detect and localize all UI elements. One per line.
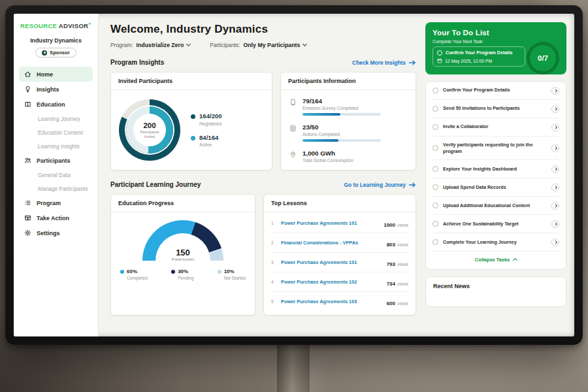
- chevron-down-icon: [186, 42, 191, 46]
- task-checkbox[interactable]: [433, 124, 438, 130]
- program-insights-header: Program Insights Check More Insights: [110, 59, 416, 66]
- task-checkbox[interactable]: [433, 203, 438, 208]
- lesson-title-link[interactable]: Power Purchase Agreements 101: [281, 259, 382, 265]
- task-row[interactable]: Verify participants requesting to join t…: [433, 137, 559, 160]
- task-open-chevron[interactable]: [551, 220, 559, 228]
- task-label: Upload Spend Data Records: [443, 184, 547, 191]
- section-title: Program Insights: [110, 59, 164, 66]
- lesson-views-label: views: [397, 301, 408, 306]
- lesson-title-link[interactable]: Power Purchase Agreements 103: [281, 299, 382, 304]
- sidebar-item-settings[interactable]: Settings: [19, 225, 93, 240]
- program-filter-value: Industrialize Zero: [136, 42, 184, 48]
- check-more-insights-link[interactable]: Check More Insights: [352, 59, 416, 66]
- lesson-rank: 1: [271, 221, 276, 225]
- monitor-stand: [277, 340, 310, 392]
- sidebar-item-learning-journey[interactable]: Learning Journey: [19, 112, 93, 125]
- next-task-label: Confirm Your Program Details: [446, 50, 512, 56]
- brand-logo: RESOURCE ADVISOR+: [19, 22, 93, 29]
- sidebar-item-learning-insights[interactable]: Learning Insights: [19, 139, 93, 153]
- lesson-rank: 3: [271, 260, 276, 265]
- nav-label: Home: [37, 71, 53, 78]
- brand-primary: RESOURCE: [20, 22, 57, 29]
- legend-value: 30%: [178, 269, 188, 274]
- lesson-row[interactable]: 3 Power Purchase Agreements 101 793views: [271, 252, 408, 272]
- learning-cards-row: Education Progress 150 Participants 60% …: [110, 194, 416, 316]
- sidebar-item-program[interactable]: Program: [19, 195, 93, 210]
- nav-label: Education Content: [38, 129, 83, 136]
- lesson-row[interactable]: 5 Power Purchase Agreements 103 600views: [271, 291, 408, 311]
- legend-dot-not-started: [218, 270, 221, 274]
- legend-value: 60%: [127, 269, 137, 274]
- list-icon: [24, 199, 31, 206]
- legend-value: 10%: [224, 269, 235, 274]
- lesson-row[interactable]: 2 Financial Considerations - VPPAs 803vi…: [271, 233, 408, 252]
- participants-filter[interactable]: Participants: Only My Participants: [210, 42, 306, 48]
- location-pin-icon: [289, 151, 297, 158]
- action-box-icon: [24, 214, 31, 221]
- task-checkbox[interactable]: [433, 88, 438, 93]
- chevron-down-icon: [302, 42, 307, 46]
- task-row[interactable]: Achieve One Sustainability Target: [433, 215, 559, 233]
- sidebar-item-insights[interactable]: Insights: [19, 82, 93, 97]
- task-open-chevron[interactable]: [551, 202, 559, 210]
- task-checkbox[interactable]: [433, 239, 438, 245]
- task-open-chevron[interactable]: [551, 87, 559, 95]
- todo-title: Your To Do List: [433, 29, 559, 37]
- org-name: Industry Dynamics: [19, 37, 93, 44]
- next-task-checkbox[interactable]: [437, 50, 442, 56]
- task-label: Explore Your Insights Dashboard: [443, 166, 547, 172]
- sidebar-item-general-data[interactable]: General Data: [19, 168, 93, 182]
- task-row[interactable]: Complete Your Learning Journey: [433, 233, 559, 252]
- lesson-views-value: 734: [387, 281, 395, 287]
- sidebar-item-manage-participants[interactable]: Manage Participants: [19, 182, 93, 195]
- task-open-chevron[interactable]: [551, 105, 559, 113]
- program-filter[interactable]: Program: Industrialize Zero: [110, 42, 190, 48]
- sidebar-item-participants[interactable]: Participants: [19, 153, 93, 168]
- sidebar-item-take-action[interactable]: Take Action: [19, 210, 93, 225]
- stat-global-consumption: 1,000 GWh Total Global Consumption: [289, 150, 407, 163]
- task-row[interactable]: Explore Your Insights Dashboard: [433, 160, 559, 178]
- task-open-chevron[interactable]: [551, 123, 559, 131]
- legend-value: 84/164: [199, 135, 218, 142]
- task-checkbox[interactable]: [433, 184, 438, 190]
- brand-plus: +: [88, 22, 91, 26]
- go-to-learning-journey-link[interactable]: Go to Learning Journey: [344, 182, 416, 188]
- gauge-value: 150: [142, 248, 223, 257]
- task-row[interactable]: Upload Spend Data Records: [433, 178, 559, 197]
- legend-completed: 60% Completed: [120, 269, 148, 280]
- donut-center: 200 Participants Invited: [133, 114, 166, 146]
- task-checkbox[interactable]: [433, 166, 438, 172]
- lesson-title-link[interactable]: Financial Considerations - VPPAs: [281, 240, 382, 246]
- sidebar-item-education-content[interactable]: Education Content: [19, 125, 93, 139]
- task-open-chevron[interactable]: [551, 184, 559, 191]
- task-open-chevron[interactable]: [551, 238, 559, 246]
- nav-label: General Data: [38, 172, 71, 178]
- link-label: Go to Learning Journey: [344, 182, 406, 188]
- task-row[interactable]: Invite a Collaborator: [433, 118, 559, 137]
- lesson-views-label: views: [397, 223, 408, 227]
- next-task[interactable]: Confirm Your Program Details 12 May 2025…: [433, 46, 525, 67]
- sidebar-item-home[interactable]: Home: [19, 67, 93, 82]
- task-label: Confirm Your Program Details: [443, 87, 547, 93]
- task-open-chevron[interactable]: [551, 165, 559, 173]
- task-open-chevron[interactable]: [551, 144, 559, 152]
- lesson-title-link[interactable]: Power Purchase Agreements 102: [281, 279, 382, 285]
- home-icon: [24, 71, 31, 78]
- education-progress-card: Education Progress 150 Participants 60% …: [110, 194, 255, 316]
- legend-not-started: 10% Not Started: [218, 269, 246, 280]
- sidebar: RESOURCE ADVISOR+ Industry Dynamics Spon…: [14, 14, 99, 336]
- collapse-tasks-button[interactable]: Collapse Tasks: [433, 252, 559, 269]
- lesson-title-link[interactable]: Power Purchase Agreements 101: [281, 220, 379, 226]
- legend-dot-completed: [120, 270, 124, 274]
- task-row[interactable]: Send 50 Invitations to Participants: [433, 100, 559, 118]
- task-row[interactable]: Confirm Your Program Details: [433, 82, 559, 100]
- invited-donut-chart: 200 Participants Invited: [119, 99, 180, 161]
- nav-label: Participants: [37, 157, 71, 164]
- task-checkbox[interactable]: [433, 145, 438, 151]
- lesson-row[interactable]: 1 Power Purchase Agreements 101 1000view…: [271, 214, 408, 233]
- task-row[interactable]: Upload Additional Educational Content: [433, 197, 559, 215]
- task-checkbox[interactable]: [433, 221, 438, 227]
- task-checkbox[interactable]: [433, 106, 438, 112]
- sidebar-item-education[interactable]: Education: [19, 97, 93, 112]
- lesson-row[interactable]: 4 Power Purchase Agreements 102 734views: [271, 272, 408, 291]
